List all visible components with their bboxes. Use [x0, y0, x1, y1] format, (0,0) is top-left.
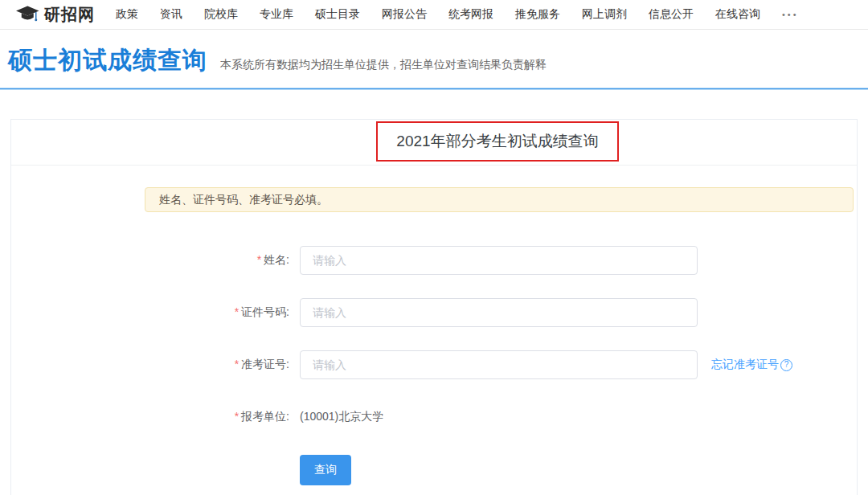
required-asterisk: *	[257, 253, 261, 266]
nav-item-master-catalog[interactable]: 硕士目录	[315, 7, 360, 22]
logo-text: 研招网	[44, 4, 95, 26]
nav-more-icon[interactable]: •••	[782, 10, 799, 19]
red-annotation-box: 2021年部分考生初试成绩查询	[376, 121, 619, 162]
page-header: 硕士初试成绩查询 本系统所有数据均为招生单位提供，招生单位对查询结果负责解释	[0, 30, 868, 88]
nav-item-policy[interactable]: 政策	[116, 7, 138, 22]
name-label: *姓名:	[11, 253, 300, 268]
panel-title: 2021年部分考生初试成绩查询	[396, 131, 598, 152]
blue-divider	[0, 88, 868, 90]
required-asterisk: *	[235, 358, 239, 370]
notice-text: 姓名、证件号码、准考证号必填。	[159, 193, 328, 207]
nav-item-college-library[interactable]: 院校库	[204, 7, 238, 22]
id-number-label: *证件号码:	[11, 305, 300, 320]
name-input[interactable]	[300, 246, 698, 275]
form-row-id-number: *证件号码:	[11, 298, 857, 327]
page-subtitle: 本系统所有数据均为招生单位提供，招生单位对查询结果负责解释	[220, 58, 547, 72]
page-title: 硕士初试成绩查询	[8, 44, 207, 77]
query-form: *姓名: *证件号码: *准考证号: 忘记准考证号? *报考单位: (10001…	[11, 246, 857, 485]
target-unit-label: *报考单位:	[11, 410, 300, 424]
id-number-input[interactable]	[300, 298, 698, 327]
form-row-admission-ticket: *准考证号: 忘记准考证号?	[11, 350, 857, 379]
nav-item-major-library[interactable]: 专业库	[260, 7, 293, 22]
nav-item-online-adjustment[interactable]: 网上调剂	[582, 7, 627, 22]
required-asterisk: *	[235, 410, 239, 423]
required-fields-notice: 姓名、证件号码、准考证号必填。	[145, 187, 854, 212]
site-logo[interactable]: 研招网	[16, 4, 95, 26]
form-row-target-unit: *报考单位: (10001)北京大学	[11, 403, 857, 432]
top-navbar: 研招网 政策 资讯 院校库 专业库 硕士目录 网报公告 统考网报 推免服务 网上…	[0, 0, 868, 30]
nav-item-news[interactable]: 资讯	[160, 7, 182, 22]
required-asterisk: *	[235, 305, 239, 318]
form-row-name: *姓名:	[11, 246, 857, 275]
graduation-cap-icon	[16, 4, 40, 25]
question-mark-icon: ?	[780, 359, 792, 371]
nav-item-unified-exam-report[interactable]: 统考网报	[448, 7, 493, 22]
nav-menu: 政策 资讯 院校库 专业库 硕士目录 网报公告 统考网报 推免服务 网上调剂 信…	[116, 7, 799, 22]
query-button[interactable]: 查询	[300, 455, 351, 485]
target-unit-value: (10001)北京大学	[300, 410, 383, 424]
button-row: 查询	[11, 455, 857, 485]
query-panel: 2021年部分考生初试成绩查询 姓名、证件号码、准考证号必填。 *姓名: *证件…	[10, 119, 858, 495]
nav-item-exempt-service[interactable]: 推免服务	[515, 7, 560, 22]
panel-header: 2021年部分考生初试成绩查询	[11, 120, 857, 166]
forgot-ticket-link[interactable]: 忘记准考证号?	[711, 358, 792, 372]
admission-ticket-label: *准考证号:	[11, 358, 300, 372]
nav-item-info-disclosure[interactable]: 信息公开	[649, 7, 694, 22]
nav-item-online-report-notice[interactable]: 网报公告	[382, 7, 427, 22]
admission-ticket-input[interactable]	[300, 350, 698, 379]
nav-item-online-consult[interactable]: 在线咨询	[715, 7, 760, 22]
